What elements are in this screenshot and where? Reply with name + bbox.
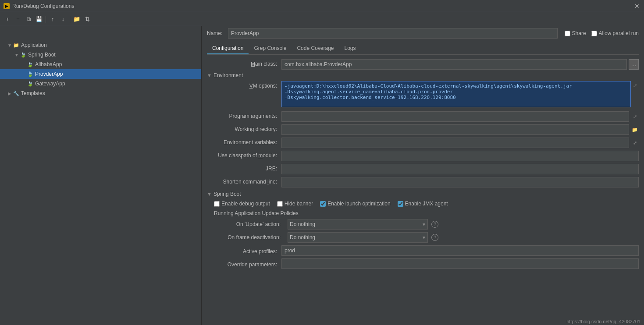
- allow-parallel-checkbox-label[interactable]: Allow parallel run: [591, 30, 639, 36]
- update-action-select[interactable]: Do nothing Update classes and resources …: [288, 219, 428, 230]
- tab-code-coverage[interactable]: Code Coverage: [292, 43, 339, 54]
- hide-banner-label[interactable]: Hide banner: [277, 201, 313, 207]
- main-class-label: Main class:: [207, 59, 281, 67]
- vm-options-expand-button[interactable]: ⤢: [631, 81, 639, 88]
- frame-deactivation-dropdown-wrapper: Do nothing Update classes and resources …: [288, 232, 428, 243]
- jre-control: [281, 164, 639, 174]
- enable-launch-label[interactable]: Enable launch optimization: [320, 201, 390, 207]
- main-class-browse-button[interactable]: …: [629, 59, 639, 70]
- environment-section-header[interactable]: ▼ Environment: [207, 72, 639, 78]
- hide-banner-text: Hide banner: [285, 201, 313, 207]
- classpath-label: Use classpath of module:: [207, 151, 281, 159]
- tree-item-springboot[interactable]: ▼ 🍃 Spring Boot: [0, 50, 201, 60]
- status-bar: https://blog.csdn.net/qq_42082701: [563, 318, 644, 325]
- environment-variables-control: ⤢: [281, 138, 639, 148]
- share-checkbox[interactable]: [565, 31, 570, 36]
- environment-variables-row: Environment variables: ⤢: [207, 138, 639, 148]
- tree-item-alibabaapp[interactable]: 🍃 AlibabaApp: [0, 60, 201, 69]
- jre-row: JRE:: [207, 164, 639, 174]
- springboot-expand-arrow: ▼: [14, 52, 19, 57]
- enable-debug-label[interactable]: Enable debug output: [214, 201, 270, 207]
- jre-input[interactable]: [281, 164, 639, 174]
- enable-debug-text: Enable debug output: [221, 201, 270, 207]
- enable-jmx-label[interactable]: Enable JMX agent: [398, 201, 448, 207]
- program-arguments-expand-button[interactable]: ⤢: [631, 111, 639, 122]
- shorten-row: Shorten command line:: [207, 177, 639, 187]
- gatewayapp-label: GatewayApp: [35, 81, 65, 87]
- share-checkbox-label[interactable]: Share: [565, 30, 586, 36]
- sort-button[interactable]: ⇅: [82, 14, 92, 24]
- name-input[interactable]: [228, 28, 558, 39]
- shorten-input[interactable]: [281, 177, 639, 187]
- left-panel: ▼ 📁 Application ▼ 🍃 Spring Boot 🍃 Alibab…: [0, 25, 202, 325]
- override-parameters-label: Override parameters:: [207, 260, 281, 268]
- status-bar-url: https://blog.csdn.net/qq_42082701: [566, 319, 640, 324]
- name-label: Name:: [207, 30, 224, 36]
- tab-grep-console[interactable]: Grep Console: [249, 43, 292, 54]
- move-up-button[interactable]: ↑: [48, 14, 57, 24]
- tree-item-gatewayapp[interactable]: 🍃 GatewayApp: [0, 79, 201, 88]
- environment-variables-input[interactable]: [281, 138, 629, 148]
- toolbar: + − ⧉ 💾 ↑ ↓ 📁 ⇅: [0, 12, 202, 26]
- title-bar-icon: ▶: [4, 3, 10, 9]
- close-button[interactable]: ✕: [633, 3, 640, 10]
- springboot-checkboxes: Enable debug output Hide banner Enable l…: [214, 201, 639, 207]
- override-parameters-control: [281, 258, 639, 269]
- folder-button[interactable]: 📁: [72, 14, 82, 24]
- templates-expand-arrow: ▶: [7, 91, 12, 96]
- main-class-row: Main class: …: [207, 59, 639, 70]
- hide-banner-checkbox[interactable]: [277, 201, 283, 207]
- remove-config-button[interactable]: −: [13, 14, 23, 24]
- application-expand-arrow: ▼: [7, 42, 12, 48]
- templates-icon: 🔧: [13, 90, 19, 96]
- running-app-title: Running Application Update Policies: [214, 210, 639, 216]
- tab-configuration[interactable]: Configuration: [207, 43, 249, 54]
- copy-config-button[interactable]: ⧉: [24, 14, 33, 24]
- application-folder-icon: 📁: [13, 42, 19, 48]
- move-down-button[interactable]: ↓: [58, 14, 68, 24]
- classpath-row: Use classpath of module:: [207, 151, 639, 161]
- enable-jmx-checkbox[interactable]: [398, 201, 403, 207]
- environment-arrow-icon: ▼: [207, 73, 212, 78]
- environment-variables-expand-button[interactable]: ⤢: [631, 138, 639, 148]
- enable-launch-checkbox[interactable]: [320, 201, 326, 207]
- update-action-row: On 'Update' action: Do nothing Update cl…: [214, 219, 639, 230]
- tab-logs[interactable]: Logs: [339, 43, 361, 54]
- provderapp-icon: 🍃: [27, 71, 33, 77]
- vm-options-row: VM options: -javaagent:D:\hxxcloud02\Ali…: [207, 81, 639, 109]
- frame-deactivation-select[interactable]: Do nothing Update classes and resources …: [288, 232, 428, 243]
- springboot-label: Spring Boot: [28, 52, 56, 58]
- program-arguments-input[interactable]: [281, 111, 629, 122]
- classpath-control: [281, 151, 639, 161]
- title-bar: ▶ Run/Debug Configurations ✕: [0, 0, 644, 12]
- running-app-section: Running Application Update Policies On '…: [214, 210, 639, 243]
- tree-item-application[interactable]: ▼ 📁 Application: [0, 40, 201, 50]
- enable-debug-checkbox[interactable]: [214, 201, 220, 207]
- override-parameters-input[interactable]: [281, 258, 639, 269]
- toolbar-separator-2: [70, 16, 70, 23]
- program-arguments-row: Program arguments: ⤢: [207, 111, 639, 122]
- allow-parallel-checkbox[interactable]: [591, 31, 597, 36]
- working-directory-input[interactable]: [281, 124, 629, 135]
- vm-options-textarea[interactable]: -javaagent:D:\hxxcloud02\Alibaba-Cloud\A…: [281, 81, 631, 107]
- gatewayapp-icon: 🍃: [27, 81, 33, 87]
- classpath-input[interactable]: [281, 151, 639, 161]
- main-class-control: …: [281, 59, 639, 70]
- save-config-button[interactable]: 💾: [34, 14, 44, 24]
- update-action-help-icon[interactable]: ?: [431, 221, 438, 228]
- tree-item-templates[interactable]: ▶ 🔧 Templates: [0, 88, 201, 98]
- tree-item-provderapp[interactable]: 🍃 ProvderApp: [0, 69, 201, 79]
- right-panel: Name: Share Allow parallel run Configura…: [202, 25, 644, 325]
- application-label: Application: [21, 42, 47, 48]
- main-class-input[interactable]: [281, 59, 627, 70]
- environment-section-title: Environment: [213, 72, 243, 78]
- springboot-section-header[interactable]: ▼ Spring Boot: [207, 191, 639, 197]
- working-directory-expand-button[interactable]: 📁: [631, 124, 639, 135]
- provderapp-label: ProvderApp: [35, 71, 63, 77]
- shorten-control: [281, 177, 639, 187]
- active-profiles-input[interactable]: [281, 245, 639, 256]
- tab-grep-console-label: Grep Console: [254, 45, 286, 51]
- frame-deactivation-help-icon[interactable]: ?: [431, 234, 438, 241]
- add-config-button[interactable]: +: [3, 14, 12, 24]
- working-directory-control: 📁: [281, 124, 639, 135]
